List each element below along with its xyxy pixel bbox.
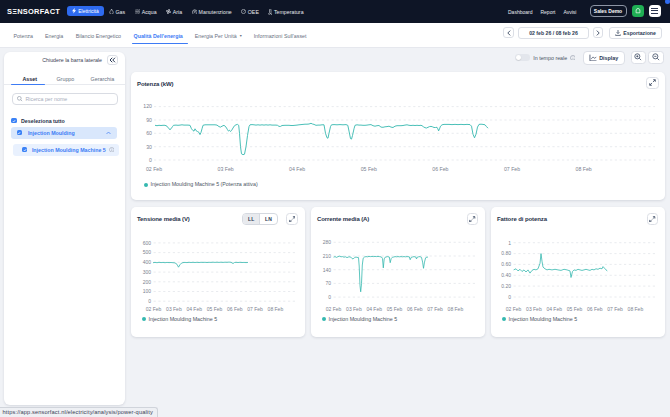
svg-text:02 Feb: 02 Feb bbox=[146, 165, 162, 171]
svg-text:08 Feb: 08 Feb bbox=[576, 165, 592, 171]
svg-text:08 Feb: 08 Feb bbox=[448, 306, 464, 312]
svg-text:07 Feb: 07 Feb bbox=[504, 165, 520, 171]
svg-text:210: 210 bbox=[323, 252, 332, 258]
svg-text:02 Feb: 02 Feb bbox=[146, 306, 162, 312]
svg-text:06 Feb: 06 Feb bbox=[432, 165, 448, 171]
svg-text:100: 100 bbox=[143, 288, 152, 294]
svg-text:02 Feb: 02 Feb bbox=[506, 306, 522, 312]
svg-text:06 Feb: 06 Feb bbox=[227, 306, 243, 312]
svg-text:03 Feb: 03 Feb bbox=[526, 306, 542, 312]
svg-text:05 Feb: 05 Feb bbox=[387, 306, 403, 312]
svg-text:600: 600 bbox=[143, 239, 152, 245]
svg-text:200: 200 bbox=[143, 278, 152, 284]
svg-text:140: 140 bbox=[323, 266, 332, 272]
svg-text:0: 0 bbox=[149, 156, 152, 162]
svg-text:06 Feb: 06 Feb bbox=[587, 306, 603, 312]
svg-text:60: 60 bbox=[146, 130, 152, 136]
svg-text:08 Feb: 08 Feb bbox=[628, 306, 644, 312]
svg-text:03 Feb: 03 Feb bbox=[218, 165, 234, 171]
svg-text:0: 0 bbox=[508, 293, 511, 299]
svg-text:0.60: 0.60 bbox=[501, 261, 511, 267]
svg-text:400: 400 bbox=[143, 259, 152, 265]
svg-text:07 Feb: 07 Feb bbox=[607, 306, 623, 312]
svg-text:30: 30 bbox=[146, 143, 152, 149]
svg-text:04 Feb: 04 Feb bbox=[289, 165, 305, 171]
svg-text:280: 280 bbox=[323, 239, 332, 245]
svg-text:03 Feb: 03 Feb bbox=[346, 306, 362, 312]
svg-text:0.40: 0.40 bbox=[501, 272, 511, 278]
svg-text:70: 70 bbox=[325, 280, 331, 286]
svg-text:04 Feb: 04 Feb bbox=[546, 306, 562, 312]
svg-text:0.80: 0.80 bbox=[501, 250, 511, 256]
svg-text:0: 0 bbox=[328, 293, 331, 299]
svg-text:02 Feb: 02 Feb bbox=[326, 306, 342, 312]
svg-text:06 Feb: 06 Feb bbox=[407, 306, 423, 312]
svg-text:04 Feb: 04 Feb bbox=[366, 306, 382, 312]
svg-text:90: 90 bbox=[146, 116, 152, 122]
svg-text:500: 500 bbox=[143, 249, 152, 255]
svg-text:1: 1 bbox=[508, 239, 511, 245]
svg-text:05 Feb: 05 Feb bbox=[567, 306, 583, 312]
svg-text:07 Feb: 07 Feb bbox=[247, 306, 263, 312]
svg-text:0: 0 bbox=[148, 298, 151, 304]
svg-text:120: 120 bbox=[143, 103, 152, 109]
svg-text:04 Feb: 04 Feb bbox=[186, 306, 202, 312]
svg-text:08 Feb: 08 Feb bbox=[268, 306, 284, 312]
svg-text:07 Feb: 07 Feb bbox=[427, 306, 443, 312]
svg-text:03 Feb: 03 Feb bbox=[166, 306, 182, 312]
svg-text:300: 300 bbox=[143, 268, 152, 274]
svg-text:05 Feb: 05 Feb bbox=[361, 165, 377, 171]
svg-text:05 Feb: 05 Feb bbox=[207, 306, 223, 312]
svg-text:0.20: 0.20 bbox=[501, 282, 511, 288]
